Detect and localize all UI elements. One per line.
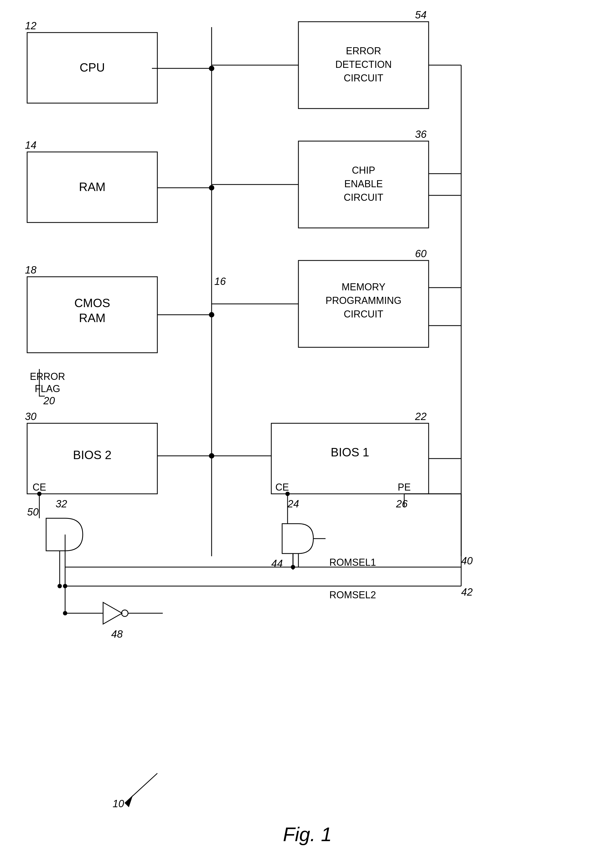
and-gate2-shape bbox=[46, 518, 83, 551]
chip-enable-label1: CHIP bbox=[352, 165, 375, 176]
fig10-ref: 10 bbox=[112, 798, 124, 809]
ram-label: RAM bbox=[79, 180, 106, 194]
inv-input-dot bbox=[63, 611, 67, 615]
cmos-bus-dot bbox=[209, 312, 214, 317]
error-flag-label1: ERROR bbox=[30, 371, 65, 382]
error-detect-label2: DETECTION bbox=[335, 59, 392, 70]
bios1-ce-label: CE bbox=[275, 482, 289, 493]
mem-prog-label1: MEMORY bbox=[342, 281, 385, 292]
chip-enable-ref: 36 bbox=[415, 129, 427, 140]
and-gate2-ref: 50 bbox=[27, 506, 39, 518]
bios2-label: BIOS 2 bbox=[73, 448, 111, 462]
romsel2-label: ROMSEL2 bbox=[329, 589, 376, 601]
cmos-ram-label1: CMOS bbox=[74, 296, 110, 309]
error-detect-label1: ERROR bbox=[346, 45, 381, 56]
error-flag-label2: FLAG bbox=[35, 383, 60, 394]
bios2-ref: 30 bbox=[25, 411, 36, 422]
bios2-ce-label: CE bbox=[33, 482, 46, 493]
error-flag-ref: 20 bbox=[43, 395, 55, 406]
error-detect-ref: 54 bbox=[415, 9, 426, 20]
bios2-ce-dot bbox=[37, 492, 42, 496]
inverter-shape bbox=[103, 603, 122, 624]
diagram-container: CPU 12 ERROR DETECTION CIRCUIT 54 RAM 14… bbox=[0, 0, 615, 868]
mem-prog-label3: CIRCUIT bbox=[344, 309, 383, 320]
gate2-input2-dot bbox=[58, 584, 62, 588]
chip-enable-label2: ENABLE bbox=[344, 178, 383, 189]
chip-enable-label3: CIRCUIT bbox=[344, 192, 383, 203]
romsel1-label: ROMSEL1 bbox=[329, 557, 376, 568]
bios1-pe-label: PE bbox=[398, 482, 411, 493]
bios1-ref: 22 bbox=[415, 411, 426, 422]
bios1-pe-ref: 26 bbox=[396, 498, 408, 510]
bios2-ce-ref: 32 bbox=[56, 498, 67, 510]
mem-prog-label2: PROGRAMMING bbox=[326, 295, 401, 306]
romsel2-ref: 42 bbox=[461, 586, 473, 598]
ram-ref: 14 bbox=[25, 139, 36, 151]
cpu-label: CPU bbox=[80, 61, 105, 74]
cpu-bus-dot bbox=[209, 66, 214, 71]
bios1-ce-ref: 24 bbox=[287, 498, 299, 510]
bus-ref: 16 bbox=[214, 276, 226, 287]
fig-label: Fig. 1 bbox=[283, 823, 332, 845]
and-gate1-shape bbox=[282, 524, 313, 554]
inv-ref: 48 bbox=[111, 628, 123, 640]
fig-arrow-head bbox=[125, 795, 133, 807]
mem-prog-ref: 60 bbox=[415, 248, 426, 259]
error-detect-label3: CIRCUIT bbox=[344, 72, 383, 84]
and-gate1-ref: 44 bbox=[271, 558, 283, 569]
bios1-ce-dot bbox=[286, 492, 290, 496]
ram-bus-dot bbox=[209, 185, 214, 190]
cmos-ram-label2: RAM bbox=[79, 311, 106, 325]
romsel-ref: 40 bbox=[461, 555, 473, 567]
gate1-romsel-dot bbox=[291, 565, 295, 569]
cpu-ref: 12 bbox=[25, 20, 36, 31]
bios1-label: BIOS 1 bbox=[331, 445, 369, 459]
cmos-ram-ref: 18 bbox=[25, 264, 36, 276]
